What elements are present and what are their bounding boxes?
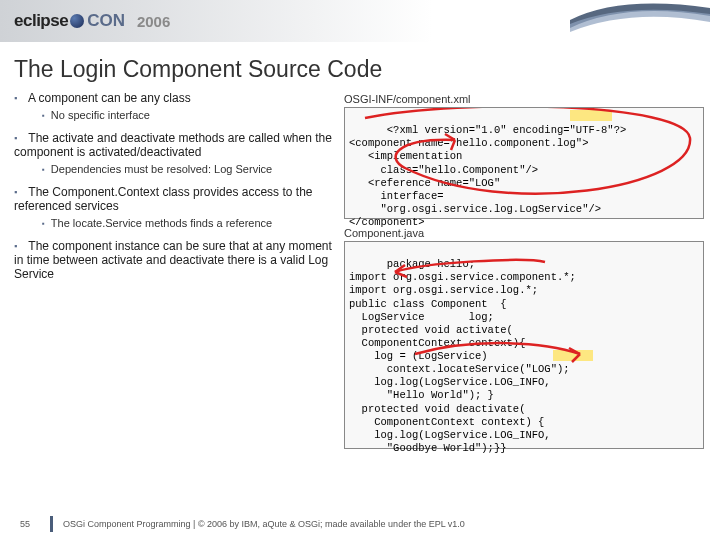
brand-con: CON [87,11,125,31]
eclipse-ball-icon [70,14,84,28]
bullet-text: A component can be any class [28,91,191,105]
header-year: 2006 [137,13,170,30]
footer-text: OSGi Component Programming | © 2006 by I… [63,519,465,529]
code-column: OSGI-INF/component.xml <?xml version="1.… [344,91,704,449]
bullets-column: A component can be any class No specific… [14,91,334,449]
bullet-item: The Component.Context class provides acc… [14,185,334,229]
brand-eclipse: eclipse [14,11,86,31]
sub-bullet: No specific interface [42,109,334,121]
footer-bar: OSGi Component Programming | © 2006 by I… [50,516,465,532]
java-code: package hello; import org.osgi.service.c… [349,258,576,454]
bullet-list: A component can be any class No specific… [14,91,334,281]
xml-code-box: <?xml version="1.0" encoding="UTF-8"?> <… [344,107,704,219]
header-swoosh-icon [570,0,710,40]
bullet-item: A component can be any class No specific… [14,91,334,121]
slide-title: The Login Component Source Code [14,56,720,83]
bullet-item: The component instance can be sure that … [14,239,334,281]
slide-header: eclipse CON 2006 [0,0,720,42]
sub-bullet: The locate.Service methods finds a refer… [42,217,334,229]
sub-bullet: Dependencies must be resolved: Log Servi… [42,163,334,175]
slide-footer: 55 OSGi Component Programming | © 2006 b… [0,516,720,532]
brand-left-text: eclipse [14,11,68,31]
bullet-text: The component instance can be sure that … [14,239,332,281]
bullet-text: The activate and deactivate methods are … [14,131,332,159]
java-code-box: package hello; import org.osgi.service.c… [344,241,704,449]
content-area: A component can be any class No specific… [0,91,720,449]
xml-code: <?xml version="1.0" encoding="UTF-8"?> <… [349,124,626,228]
page-number: 55 [0,519,50,529]
bullet-text: The Component.Context class provides acc… [14,185,312,213]
bullet-item: The activate and deactivate methods are … [14,131,334,175]
highlight-rect [553,350,593,361]
arrowhead-icon [569,348,580,362]
xml-file-label: OSGI-INF/component.xml [344,93,704,105]
highlight-rect [570,110,612,121]
